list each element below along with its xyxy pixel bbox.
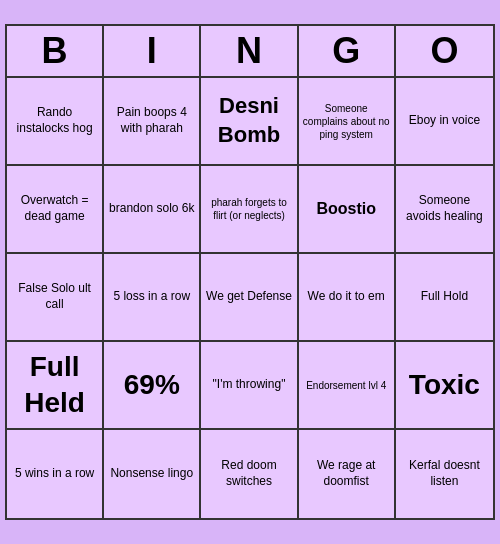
bingo-cell-17: "I'm throwing" bbox=[201, 342, 298, 430]
bingo-cell-24: Kerfal doesnt listen bbox=[396, 430, 493, 518]
bingo-cell-8: Boostio bbox=[299, 166, 396, 254]
bingo-cell-14: Full Hold bbox=[396, 254, 493, 342]
bingo-cell-0: Rando instalocks hog bbox=[7, 78, 104, 166]
bingo-cell-2: Desni Bomb bbox=[201, 78, 298, 166]
bingo-grid: Rando instalocks hogPain boops 4 with ph… bbox=[7, 78, 493, 518]
bingo-cell-16: 69% bbox=[104, 342, 201, 430]
bingo-cell-22: Red doom switches bbox=[201, 430, 298, 518]
bingo-cell-12: We get Defense bbox=[201, 254, 298, 342]
bingo-cell-10: False Solo ult call bbox=[7, 254, 104, 342]
bingo-card: BINGO Rando instalocks hogPain boops 4 w… bbox=[5, 24, 495, 520]
header-letter-O: O bbox=[396, 26, 493, 76]
bingo-cell-6: brandon solo 6k bbox=[104, 166, 201, 254]
bingo-cell-7: pharah forgets to flirt (or neglects) bbox=[201, 166, 298, 254]
bingo-cell-21: Nonsense lingo bbox=[104, 430, 201, 518]
bingo-cell-13: We do it to em bbox=[299, 254, 396, 342]
bingo-cell-3: Someone complains about no ping system bbox=[299, 78, 396, 166]
bingo-cell-9: Someone avoids healing bbox=[396, 166, 493, 254]
bingo-cell-4: Eboy in voice bbox=[396, 78, 493, 166]
bingo-cell-5: Overwatch = dead game bbox=[7, 166, 104, 254]
bingo-cell-20: 5 wins in a row bbox=[7, 430, 104, 518]
header-letter-B: B bbox=[7, 26, 104, 76]
bingo-header: BINGO bbox=[7, 26, 493, 78]
header-letter-N: N bbox=[201, 26, 298, 76]
bingo-cell-23: We rage at doomfist bbox=[299, 430, 396, 518]
header-letter-G: G bbox=[299, 26, 396, 76]
bingo-cell-18: Endorsement lvl 4 bbox=[299, 342, 396, 430]
bingo-cell-19: Toxic bbox=[396, 342, 493, 430]
bingo-cell-15: Full Held bbox=[7, 342, 104, 430]
bingo-cell-11: 5 loss in a row bbox=[104, 254, 201, 342]
bingo-cell-1: Pain boops 4 with pharah bbox=[104, 78, 201, 166]
header-letter-I: I bbox=[104, 26, 201, 76]
